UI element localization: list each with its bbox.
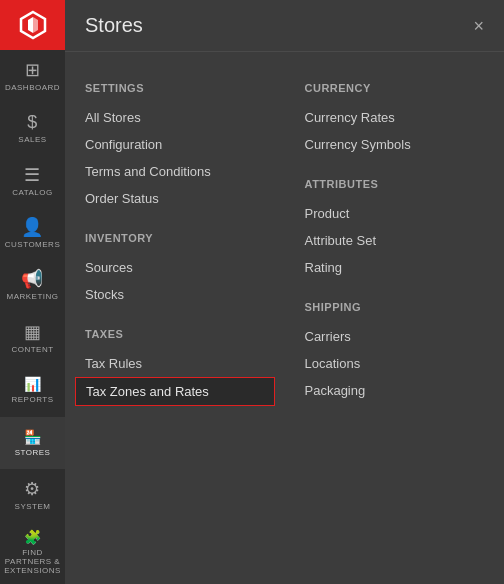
sidebar-item-label: FIND PARTNERS & EXTENSIONS [4,548,61,575]
sidebar-item-customers[interactable]: 👤 CUSTOMERS [0,207,65,259]
menu-item-currency-symbols[interactable]: Currency Symbols [305,131,485,158]
sidebar-item-stores[interactable]: 🏪 STORES [0,417,65,469]
sidebar-item-label: DASHBOARD [5,83,60,92]
catalog-icon: ☰ [24,166,41,184]
customers-icon: 👤 [21,218,44,236]
sidebar-item-dashboard[interactable]: ⊞ DASHBOARD [0,50,65,102]
sidebar-logo [0,0,65,50]
left-column: Settings All Stores Configuration Terms … [65,62,285,416]
svg-marker-1 [28,17,33,33]
menu-item-currency-rates[interactable]: Currency Rates [305,104,485,131]
menu-item-product[interactable]: Product [305,200,485,227]
menu-item-packaging[interactable]: Packaging [305,377,485,404]
sidebar-item-sales[interactable]: $ SALES [0,102,65,154]
sidebar-item-catalog[interactable]: ☰ CATALOG [0,155,65,207]
sidebar-item-partners[interactable]: 🧩 FIND PARTNERS & EXTENSIONS [0,522,65,584]
currency-section-title: Currency [305,82,485,94]
sidebar-item-label: STORES [15,448,51,457]
menu-item-terms-conditions[interactable]: Terms and Conditions [85,158,265,185]
menu-item-attribute-set[interactable]: Attribute Set [305,227,485,254]
marketing-icon: 📢 [21,270,44,288]
panel-content: Settings All Stores Configuration Terms … [65,52,504,426]
menu-item-tax-zones-rates[interactable]: Tax Zones and Rates [75,377,275,406]
inventory-section-title: Inventory [85,232,265,244]
sidebar-item-label: CUSTOMERS [5,240,60,249]
sidebar-item-content[interactable]: ▦ CONTENT [0,312,65,364]
stores-icon: 🏪 [24,430,42,444]
sidebar-item-system[interactable]: ⚙ SYSTEM [0,469,65,521]
menu-item-configuration[interactable]: Configuration [85,131,265,158]
sidebar-item-marketing[interactable]: 📢 MARKETING [0,260,65,312]
magento-logo-icon [18,10,48,40]
shipping-section-title: Shipping [305,301,485,313]
dashboard-icon: ⊞ [25,61,41,79]
sidebar-item-label: CATALOG [12,188,53,197]
sidebar-item-reports[interactable]: 📊 REPORTS [0,365,65,417]
sidebar-item-label: SYSTEM [15,502,51,511]
sidebar-item-label: REPORTS [11,395,53,404]
partners-icon: 🧩 [24,530,42,544]
menu-item-carriers[interactable]: Carriers [305,323,485,350]
menu-item-rating[interactable]: Rating [305,254,485,281]
svg-marker-2 [33,17,38,33]
reports-icon: 📊 [24,377,42,391]
stores-panel: Stores × Settings All Stores Configurati… [65,0,504,584]
taxes-section-title: Taxes [85,328,265,340]
sales-icon: $ [27,113,38,131]
panel-title: Stores [85,14,143,37]
sidebar: ⊞ DASHBOARD $ SALES ☰ CATALOG 👤 CUSTOMER… [0,0,65,584]
panel-header: Stores × [65,0,504,52]
menu-item-order-status[interactable]: Order Status [85,185,265,212]
menu-item-stocks[interactable]: Stocks [85,281,265,308]
close-button[interactable]: × [473,17,484,35]
system-icon: ⚙ [24,480,41,498]
right-column: Currency Currency Rates Currency Symbols… [285,62,505,416]
content-icon: ▦ [24,323,42,341]
sidebar-item-label: SALES [18,135,46,144]
menu-item-tax-rules[interactable]: Tax Rules [85,350,265,377]
menu-item-all-stores[interactable]: All Stores [85,104,265,131]
attributes-section-title: Attributes [305,178,485,190]
menu-item-locations[interactable]: Locations [305,350,485,377]
settings-section-title: Settings [85,82,265,94]
sidebar-item-label: CONTENT [11,345,53,354]
sidebar-item-label: MARKETING [6,292,58,301]
menu-item-sources[interactable]: Sources [85,254,265,281]
